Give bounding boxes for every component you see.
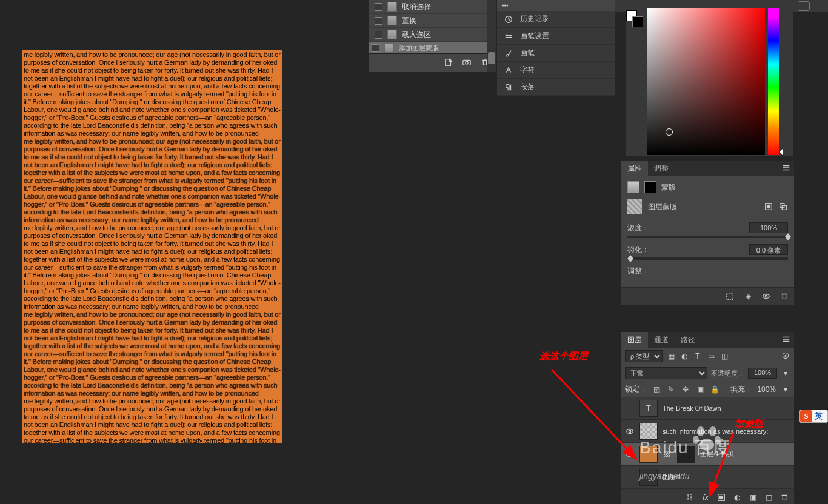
delete-layer-icon[interactable] (780, 492, 789, 502)
link-icon[interactable]: ⛓ (663, 449, 672, 459)
add-pixel-mask-icon[interactable] (764, 202, 773, 211)
checkbox[interactable] (372, 44, 379, 52)
history-step-icon (384, 43, 394, 53)
lock-all-icon[interactable]: 🔒 (710, 385, 719, 394)
density-slider: 浓度：100% (627, 222, 788, 238)
toggle-mask-icon[interactable] (761, 291, 771, 301)
panel-grip-icon[interactable] (502, 1, 510, 10)
background-swatch[interactable] (632, 16, 643, 27)
canvas-area[interactable]: me legibly written, and how to be pronou… (0, 0, 369, 504)
panel-paragraph[interactable]: 段落 (497, 79, 615, 96)
delete-mask-icon[interactable] (780, 291, 789, 301)
panel-character[interactable]: 字符 (497, 62, 615, 79)
filter-type-icon[interactable]: T (693, 351, 703, 361)
tab-layers[interactable]: 图层 (621, 332, 648, 348)
history-item[interactable]: 取消选择 (369, 0, 496, 14)
layer-item[interactable]: 图层 1 (621, 466, 794, 489)
camera-icon[interactable] (462, 58, 472, 67)
panel-history[interactable]: 历史记录 (497, 11, 615, 28)
blend-opacity-row: 正常 不透明度： 100% ▾ (621, 365, 794, 382)
apply-mask-icon[interactable]: ◈ (743, 291, 753, 301)
scrollbar-thumb[interactable] (488, 52, 495, 64)
panel-menu-icon[interactable] (782, 164, 790, 174)
tab-adjustments[interactable]: 调整 (648, 161, 675, 176)
panel-brush-settings[interactable]: 画笔设置 (497, 28, 615, 45)
lock-artboard-icon[interactable]: ▣ (695, 385, 705, 394)
layer-name[interactable]: such information as was necessary; (663, 428, 768, 435)
svg-point-14 (627, 429, 633, 433)
blend-mode-select[interactable]: 正常 (625, 367, 707, 379)
density-value[interactable]: 100% (749, 222, 788, 233)
hue-cursor[interactable] (776, 149, 783, 155)
layer-name[interactable]: The Break Of Dawn (663, 405, 721, 412)
lock-transparency-icon[interactable]: ▧ (652, 385, 661, 394)
load-selection-icon[interactable] (725, 291, 735, 301)
layer-name[interactable]: 图层 1 (663, 472, 681, 482)
spectrum-cursor[interactable] (666, 128, 673, 136)
density-track[interactable] (627, 236, 788, 238)
ime-mode: 英 (815, 411, 823, 422)
svg-rect-11 (727, 293, 733, 300)
properties-panel: 属性 调整 蒙版 图层蒙版 浓度：100% 羽化：0.0 像素 调整： (621, 161, 794, 305)
tab-channels[interactable]: 通道 (648, 332, 675, 348)
history-scrollbar[interactable] (487, 0, 496, 72)
new-group-icon[interactable]: ▣ (748, 492, 758, 502)
fg-bg-swatch[interactable] (626, 10, 643, 27)
link-layers-icon[interactable]: ⛓ (685, 492, 695, 502)
history-step-label: 载入选区 (402, 30, 431, 40)
filter-shape-icon[interactable]: ▭ (706, 351, 716, 361)
layer-item[interactable]: ⛓ 图层 1 拷贝 (621, 443, 794, 466)
panel-menu-icon[interactable] (782, 335, 790, 345)
pixel-mask-icon[interactable] (627, 181, 639, 193)
filter-kind-select[interactable]: ρ 类型 (625, 350, 663, 362)
lock-paint-icon[interactable]: ✎ (666, 385, 676, 394)
app-logo-icon[interactable] (798, 1, 810, 11)
layer-thumb (639, 446, 658, 463)
slider-thumb[interactable] (785, 233, 791, 240)
svg-point-4 (504, 5, 506, 6)
fill-value[interactable]: 100% (757, 385, 776, 394)
tab-paths[interactable]: 路径 (675, 332, 701, 348)
add-mask-icon[interactable] (716, 492, 726, 502)
history-item[interactable]: 添加图层蒙版 (369, 42, 496, 54)
visibility-icon[interactable] (625, 449, 635, 459)
create-document-icon[interactable] (444, 58, 453, 67)
visibility-off-icon[interactable] (625, 403, 635, 413)
ime-indicator[interactable]: S 英 (799, 409, 828, 423)
tab-properties[interactable]: 属性 (621, 161, 648, 176)
panel-label: 画笔设置 (520, 31, 549, 41)
chevron-down-icon[interactable]: ▾ (781, 368, 790, 378)
color-spectrum[interactable] (647, 8, 765, 155)
new-layer-icon[interactable]: ◫ (764, 492, 773, 502)
layer-item[interactable]: such information as was necessary; (621, 420, 794, 443)
feather-value[interactable]: 0.0 像素 (749, 244, 788, 255)
new-adjustment-icon[interactable]: ◐ (732, 492, 742, 502)
panel-brushes[interactable]: 画笔 (497, 45, 615, 62)
filter-toggle[interactable]: ⦿ (781, 351, 790, 361)
add-vector-mask-icon[interactable] (778, 202, 788, 211)
fx-icon[interactable]: fx (701, 492, 710, 502)
visibility-icon[interactable] (625, 426, 635, 436)
lock-position-icon[interactable]: ✥ (681, 385, 690, 394)
visibility-off-icon[interactable] (625, 472, 635, 482)
checkbox[interactable] (375, 31, 382, 39)
layer-name[interactable]: 图层 1 拷贝 (700, 449, 734, 459)
opacity-value[interactable]: 100% (748, 368, 777, 379)
filter-pixel-icon[interactable]: ▦ (666, 351, 676, 361)
chevron-down-icon[interactable]: ▾ (781, 385, 790, 394)
layer-thumb (639, 423, 658, 440)
layer-mask-thumb[interactable] (627, 199, 642, 214)
filter-adjust-icon[interactable]: ◐ (679, 351, 689, 361)
history-item[interactable]: 载入选区 (369, 28, 496, 42)
history-item[interactable]: 置换 (369, 14, 496, 28)
history-panel: 取消选择 置换 载入选区 添加图层蒙版 (369, 0, 496, 72)
hue-slider[interactable] (768, 8, 779, 155)
layer-item[interactable]: T The Break Of Dawn (621, 397, 794, 420)
checkbox[interactable] (375, 17, 382, 25)
checkbox[interactable] (375, 3, 382, 11)
svg-point-19 (719, 496, 723, 499)
filter-smart-icon[interactable]: ◫ (719, 351, 729, 361)
feather-track[interactable] (627, 257, 788, 260)
slider-thumb[interactable] (627, 255, 633, 262)
vector-mask-icon[interactable] (644, 181, 656, 193)
